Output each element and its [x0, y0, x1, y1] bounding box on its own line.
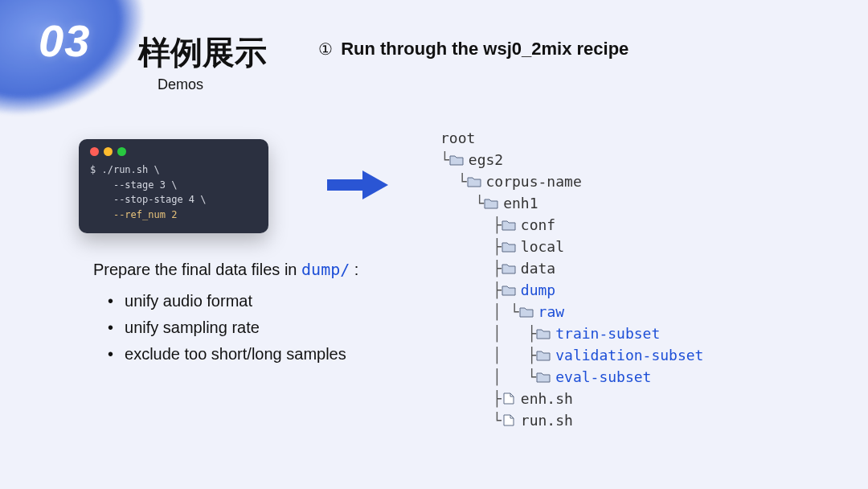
close-icon	[90, 147, 99, 156]
folder-icon	[502, 262, 516, 274]
folder-icon	[536, 349, 551, 361]
title-block: 样例展示 Demos	[138, 31, 267, 93]
folder-icon	[484, 197, 498, 209]
subtitle-number: ①	[318, 40, 333, 58]
caption-suffix: :	[350, 261, 358, 278]
tree-label: egs2	[469, 149, 503, 171]
tree-label: enh1	[503, 192, 538, 215]
slide-number: 03	[39, 14, 90, 67]
tree-label: validation-subset	[555, 344, 703, 367]
svg-rect-0	[327, 179, 362, 191]
tree-label: enh.sh	[521, 388, 573, 410]
file-icon	[502, 414, 516, 426]
bullet-list: unify audio format unify sampling rate e…	[108, 288, 346, 368]
folder-icon	[502, 240, 516, 253]
svg-marker-1	[362, 171, 388, 199]
folder-icon	[449, 154, 464, 166]
arrow-icon	[326, 169, 390, 201]
title-sub: Demos	[158, 76, 267, 93]
tree-root: root	[440, 127, 475, 150]
title-main: 样例展示	[138, 31, 267, 75]
caption-prefix: Prepare the final data files in	[93, 261, 301, 278]
file-icon	[502, 392, 516, 405]
folder-icon	[502, 284, 516, 296]
tree-label: local	[521, 236, 564, 258]
terminal-content: $ ./run.sh \ --stage 3 \ --stop-stage 4 …	[90, 162, 257, 222]
caption: Prepare the final data files in dump/ :	[93, 260, 358, 279]
bullet-item: unify audio format	[108, 288, 346, 314]
bullet-item: unify sampling rate	[108, 314, 346, 341]
caption-path: dump/	[301, 260, 350, 279]
folder-icon	[536, 371, 551, 383]
folder-icon	[536, 327, 551, 339]
folder-icon	[519, 306, 534, 318]
terminal-window: $ ./run.sh \ --stage 3 \ --stop-stage 4 …	[79, 139, 268, 233]
minimize-icon	[104, 147, 113, 156]
tree-label: run.sh	[521, 409, 573, 432]
tree-label: corpus-name	[486, 171, 582, 193]
tree-label: dump	[521, 279, 555, 302]
subtitle: ① Run through the wsj0_2mix recipe	[318, 39, 628, 60]
maximize-icon	[117, 147, 126, 156]
folder-icon	[467, 175, 481, 187]
directory-tree: root └egs2 └corpus-name └enh1 ├conf ├loc…	[440, 127, 703, 431]
bullet-item: exclude too short/long samples	[108, 341, 346, 368]
subtitle-text: Run through the wsj0_2mix recipe	[341, 39, 628, 59]
terminal-traffic-lights	[90, 147, 257, 156]
tree-label: raw	[538, 301, 565, 323]
tree-label: conf	[521, 214, 555, 236]
tree-label: eval-subset	[555, 366, 651, 388]
tree-label: data	[521, 257, 555, 280]
folder-icon	[502, 219, 516, 231]
tree-label: train-subset	[555, 323, 660, 345]
